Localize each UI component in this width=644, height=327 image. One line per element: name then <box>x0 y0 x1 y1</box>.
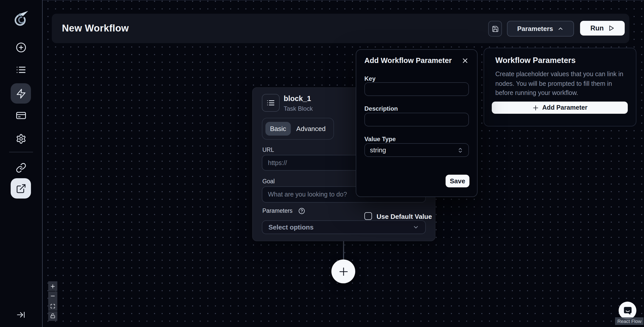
plus-icon <box>532 104 539 111</box>
goal-label: Goal <box>262 178 275 184</box>
fit-view-button[interactable] <box>48 301 57 311</box>
gear-icon <box>15 133 26 144</box>
description-label: Description <box>364 105 398 112</box>
add-workflow-parameter-modal: Add Workflow Parameter Key Description V… <box>356 49 478 197</box>
credit-card-icon <box>15 110 26 121</box>
lock-toggle-button[interactable] <box>48 311 57 321</box>
key-label: Key <box>364 75 376 82</box>
circle-plus-icon <box>15 42 26 53</box>
unlock-icon <box>50 313 55 318</box>
link-icon <box>15 162 26 173</box>
node-parameters-row: Parameters <box>262 206 305 216</box>
use-default-value-label: Use Default Value <box>377 213 432 220</box>
workflow-header: New Workflow Parameters Run <box>52 14 629 43</box>
value-type-selected: string <box>370 146 386 154</box>
node-subtitle: Task Block <box>284 105 313 112</box>
workflow-parameters-panel: Workflow Parameters Create placeholder v… <box>484 48 636 126</box>
node-tabs: Basic Advanced <box>262 118 334 140</box>
add-parameter-button[interactable]: Add Parameter <box>492 102 628 114</box>
description-input[interactable] <box>364 113 469 126</box>
parameters-dropdown-button[interactable]: Parameters <box>507 21 574 37</box>
value-type-select[interactable]: string <box>364 143 469 157</box>
run-button[interactable]: Run <box>580 21 625 36</box>
zoom-in-button[interactable] <box>48 281 57 291</box>
zoom-out-button[interactable] <box>48 291 57 301</box>
play-icon <box>608 25 614 31</box>
help-circle-icon <box>298 208 305 214</box>
use-default-value-checkbox[interactable] <box>364 212 372 220</box>
node-parameters-label: Parameters <box>262 208 293 214</box>
sidebar-item-billing[interactable] <box>11 105 31 125</box>
key-input[interactable] <box>364 82 469 96</box>
sidebar-expand-button[interactable] <box>11 305 31 325</box>
skyvern-logo <box>12 10 29 27</box>
flow-controls <box>48 281 57 321</box>
external-link-icon <box>15 183 26 194</box>
workflow-editor: New Workflow Parameters Run block <box>0 0 644 327</box>
minus-icon <box>50 293 55 299</box>
chevrons-up-down-icon <box>457 147 463 153</box>
page-title: New Workflow <box>62 14 129 43</box>
parameters-button-label: Parameters <box>517 25 553 32</box>
sidebar-item-integrations[interactable] <box>11 157 31 178</box>
run-button-label: Run <box>590 24 604 32</box>
panel-title: Workflow Parameters <box>495 56 575 65</box>
close-icon <box>461 57 469 64</box>
add-node-button[interactable] <box>331 259 355 283</box>
node-title: block_1 <box>284 94 311 103</box>
modal-title: Add Workflow Parameter <box>364 56 452 64</box>
help-tooltip-trigger[interactable] <box>298 207 305 216</box>
save-button[interactable] <box>488 21 502 37</box>
tab-basic[interactable]: Basic <box>265 122 291 136</box>
plus-icon <box>338 266 349 277</box>
floppy-save-icon <box>492 25 499 32</box>
plus-icon <box>50 284 55 289</box>
select-placeholder: Select options <box>268 223 314 231</box>
value-type-label: Value Type <box>364 136 396 143</box>
zap-icon <box>15 88 26 99</box>
panel-description: Create placeholder values that you can l… <box>495 70 630 98</box>
arrow-right-to-line-icon <box>16 310 25 319</box>
url-label: URL <box>262 147 274 153</box>
react-flow-attribution: React Flow <box>615 317 643 325</box>
chat-bubble-icon <box>622 305 633 316</box>
tab-advanced[interactable]: Advanced <box>292 122 330 136</box>
sidebar-item-runs[interactable] <box>11 59 31 80</box>
chat-launcher-button[interactable] <box>619 302 636 319</box>
modal-save-button[interactable]: Save <box>446 175 469 187</box>
dragon-logo-icon <box>12 10 29 27</box>
fit-view-icon <box>50 303 55 308</box>
sidebar <box>0 0 43 327</box>
chevron-down-icon <box>413 224 419 231</box>
sidebar-item-settings[interactable] <box>11 128 31 149</box>
list-icon <box>15 64 26 75</box>
chevron-up-icon <box>557 25 564 32</box>
block-icon-box <box>262 94 280 112</box>
sidebar-item-workflows[interactable] <box>11 178 31 199</box>
flow-edge <box>343 240 344 260</box>
sidebar-divider <box>9 152 33 152</box>
modal-close-button[interactable] <box>460 56 469 65</box>
sidebar-item-tasks[interactable] <box>11 83 31 104</box>
node-parameters-select[interactable]: Select options <box>262 220 426 234</box>
list-icon <box>266 99 275 107</box>
sidebar-item-create[interactable] <box>11 37 31 57</box>
add-parameter-label: Add Parameter <box>542 104 587 111</box>
